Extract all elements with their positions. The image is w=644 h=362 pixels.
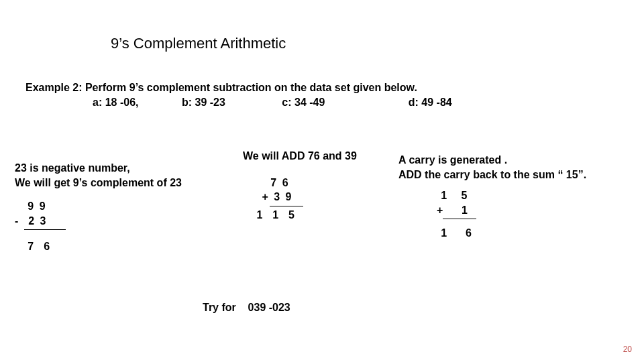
part-d: d: 49 -84 bbox=[409, 97, 452, 109]
column-1: 23 is negative number, We will get 9’s c… bbox=[15, 161, 216, 254]
col1-result: 7 6 bbox=[15, 239, 216, 254]
col3-result: 1 6 bbox=[428, 226, 627, 241]
col2-result: 1 1 5 bbox=[252, 208, 390, 223]
try-for-line: Try for 039 -023 bbox=[203, 302, 290, 314]
col3-row2: + 1 bbox=[428, 203, 627, 218]
example-prompt: Example 2: Perform 9’s complement subtra… bbox=[25, 82, 417, 94]
page-title: 9’s Complement Arithmetic bbox=[111, 35, 286, 52]
col3-text2: ADD the carry back to the sum “ 15”. bbox=[398, 168, 627, 182]
try-value: 039 -023 bbox=[248, 302, 290, 313]
part-a: a: 18 -06, bbox=[93, 97, 138, 109]
column-3: A carry is generated . ADD the carry bac… bbox=[398, 153, 627, 241]
col2-rule bbox=[270, 206, 303, 206]
try-label: Try for bbox=[203, 302, 236, 313]
col1-row2: - 2 3 bbox=[15, 214, 216, 229]
slide: 9’s Complement Arithmetic Example 2: Per… bbox=[0, 0, 644, 362]
subparts-row: a: 18 -06, b: 39 -23 c: 34 -49 d: 49 -84 bbox=[25, 97, 562, 109]
col3-rule bbox=[443, 219, 476, 219]
col3-text1: A carry is generated . bbox=[398, 153, 627, 168]
col1-text2: We will get 9’s complement of 23 bbox=[15, 176, 216, 190]
col2-row2: + 3 9 bbox=[258, 190, 390, 204]
page-number: 20 bbox=[623, 345, 632, 354]
part-c: c: 34 -49 bbox=[282, 97, 325, 109]
part-b: b: 39 -23 bbox=[182, 97, 225, 109]
col1-row1: 9 9 bbox=[15, 199, 216, 214]
column-2: We will ADD 76 and 39 7 6 + 3 9 1 1 5 bbox=[243, 149, 390, 222]
col1-text1: 23 is negative number, bbox=[15, 161, 216, 176]
col2-row1: 7 6 bbox=[258, 176, 390, 190]
col1-rule bbox=[24, 229, 66, 230]
col3-row1: 1 5 bbox=[428, 188, 627, 203]
col2-text1: We will ADD 76 and 39 bbox=[243, 149, 390, 164]
